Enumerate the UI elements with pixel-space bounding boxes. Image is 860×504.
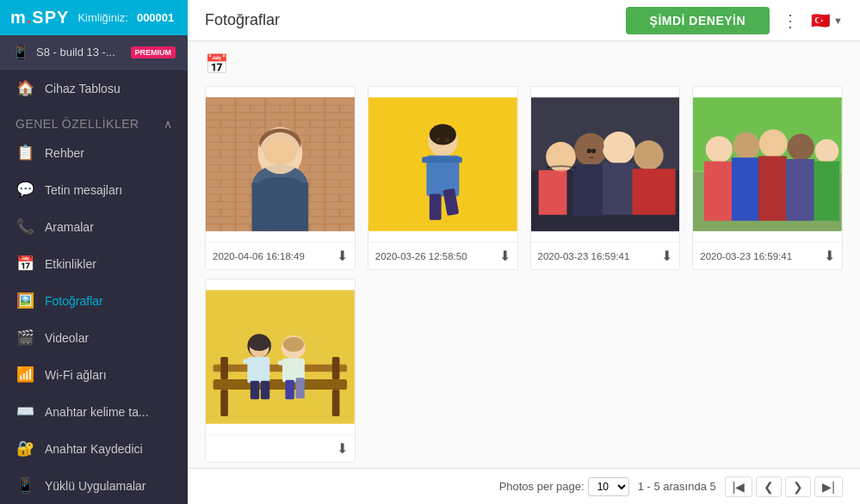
sidebar-item-dashboard[interactable]: 🏠 Cihaz Tablosu — [0, 70, 188, 107]
svg-rect-69 — [259, 360, 269, 364]
photo-meta-1: 2020-04-06 16:18:49 ⬇ — [206, 242, 355, 269]
keywords-icon: ⌨️ — [15, 403, 34, 421]
photo-image-4[interactable] — [693, 87, 842, 242]
svg-rect-51 — [814, 162, 839, 221]
chevron-down-icon: ▼ — [833, 15, 843, 26]
section-collapse-icon[interactable]: ∧ — [164, 117, 173, 131]
more-options-icon[interactable]: ⋮ — [778, 7, 802, 34]
language-selector[interactable]: 🇹🇷 ▼ — [811, 11, 843, 30]
photo-image-5[interactable] — [206, 280, 355, 434]
svg-rect-47 — [704, 162, 733, 221]
sidebar-item-label-videos: Videolar — [45, 331, 89, 345]
messages-icon: 💬 — [15, 181, 34, 199]
content-area: 📅 2020-04-06 16:18:49 ⬇ — [188, 41, 860, 468]
svg-point-12 — [259, 177, 300, 189]
per-page-label: Photos per page: — [499, 480, 585, 493]
photo-card-3: 2020-03-23 16:59:41 ⬇ — [530, 86, 681, 270]
svg-rect-62 — [220, 357, 228, 379]
sidebar-item-label-photos: Fotoğraflar — [45, 294, 103, 308]
prev-page-button[interactable]: ❮ — [756, 476, 782, 497]
per-page-control: Photos per page: 10 20 50 — [499, 477, 629, 496]
photo-card-5: ⬇ — [205, 279, 356, 463]
svg-point-36 — [636, 143, 660, 161]
photo-timestamp-4: 2020-03-23 16:59:41 — [700, 251, 792, 261]
svg-point-54 — [763, 132, 783, 147]
svg-rect-68 — [243, 360, 253, 364]
svg-rect-49 — [758, 156, 787, 220]
sidebar-item-contacts[interactable]: 📋 Rehber — [0, 134, 188, 171]
svg-rect-78 — [296, 378, 305, 398]
sidebar-item-videos[interactable]: 🎬 Videolar — [0, 319, 188, 356]
last-page-button[interactable]: ▶| — [814, 476, 843, 497]
download-icon-1[interactable]: ⬇ — [337, 248, 348, 264]
user-id: 000001 — [137, 11, 174, 24]
sidebar-item-keywords[interactable]: ⌨️ Anahtar kelime ta... — [0, 393, 188, 430]
videos-icon: 🎬 — [15, 329, 34, 347]
svg-point-21 — [436, 138, 440, 142]
sidebar-header: m.SPY Kimliğiniz: 000001 — [0, 0, 188, 35]
photo-grid-row2: ⬇ — [205, 279, 843, 463]
page-title: Fotoğraflar — [205, 11, 280, 29]
photo-image-1[interactable] — [206, 87, 355, 242]
sidebar: m.SPY Kimliğiniz: 000001 📱 S8 - build 13… — [0, 0, 188, 504]
svg-point-37 — [546, 142, 576, 172]
sidebar-item-calls[interactable]: 📞 Aramalar — [0, 208, 188, 245]
calendar-filter-bar: 📅 — [205, 53, 843, 76]
sidebar-item-wifi[interactable]: 📶 Wi-Fi ağları — [0, 356, 188, 393]
pagination-nav: |◀ ❮ ❯ ▶| — [725, 476, 843, 497]
wifi-icon: 📶 — [15, 366, 34, 384]
photo-image-3[interactable] — [531, 87, 680, 242]
apps-icon: 📱 — [15, 476, 34, 495]
device-name: S8 - build 13 -... — [36, 46, 124, 58]
photo-image-2[interactable] — [368, 87, 517, 242]
photo-timestamp-2: 2020-03-26 12:58:50 — [375, 251, 467, 261]
photo-meta-3: 2020-03-23 16:59:41 ⬇ — [531, 242, 680, 269]
home-icon: 🏠 — [15, 79, 34, 97]
calendar-icon[interactable]: 📅 — [205, 53, 228, 75]
pagination-footer: Photos per page: 10 20 50 1 - 5 arasında… — [188, 468, 860, 504]
svg-rect-58 — [213, 379, 347, 390]
svg-point-53 — [736, 134, 757, 149]
sidebar-item-label-keylogger: Anahtar Kaydedici — [45, 442, 143, 456]
download-icon-3[interactable]: ⬇ — [661, 248, 672, 264]
svg-point-35 — [605, 134, 632, 153]
sidebar-item-keylogger[interactable]: 🔐 Anahtar Kaydedici — [0, 430, 188, 467]
first-page-button[interactable]: |◀ — [725, 476, 753, 497]
download-icon-2[interactable]: ⬇ — [499, 248, 510, 264]
try-now-button[interactable]: ŞİMDİ DENEYİN — [626, 7, 770, 34]
svg-rect-48 — [732, 157, 760, 220]
sidebar-item-label-calls: Aramalar — [45, 220, 94, 234]
svg-rect-17 — [440, 157, 462, 163]
svg-point-56 — [818, 140, 836, 154]
svg-rect-18 — [430, 194, 442, 220]
sidebar-item-photos[interactable]: 🖼️ Fotoğraflar — [0, 282, 188, 319]
sidebar-item-messages[interactable]: 💬 Tetin mesajları — [0, 171, 188, 208]
events-icon: 📅 — [15, 255, 34, 273]
svg-rect-31 — [602, 163, 633, 214]
device-item[interactable]: 📱 S8 - build 13 -... PREMIUM — [0, 35, 188, 70]
calls-icon: 📞 — [15, 218, 34, 236]
svg-rect-30 — [572, 164, 603, 216]
svg-rect-71 — [261, 381, 269, 400]
svg-point-52 — [708, 138, 729, 153]
main-content: Fotoğraflar ŞİMDİ DENEYİN ⋮ 🇹🇷 ▼ 📅 — [188, 0, 860, 504]
svg-rect-60 — [332, 390, 340, 416]
photo-timestamp-3: 2020-03-23 16:59:41 — [538, 251, 630, 261]
sidebar-item-label-apps: Yüklü Uygulamalar — [45, 479, 146, 493]
photo-meta-5: ⬇ — [206, 434, 355, 462]
user-label: Kimliğiniz: — [77, 11, 128, 24]
download-icon-4[interactable]: ⬇ — [824, 248, 835, 264]
per-page-select[interactable]: 10 20 50 — [588, 477, 629, 496]
section-general-features: GENEL ÖZELLİKLER ∧ — [0, 107, 188, 134]
next-page-button[interactable]: ❯ — [785, 476, 811, 497]
photo-grid-row1: 2020-04-06 16:18:49 ⬇ 2020-03-26 12:58:5… — [205, 86, 843, 270]
contacts-icon: 📋 — [15, 144, 34, 162]
download-icon-5[interactable]: ⬇ — [337, 440, 348, 457]
sidebar-item-label-dashboard: Cihaz Tablosu — [45, 82, 121, 95]
svg-rect-75 — [278, 360, 288, 365]
sidebar-item-events[interactable]: 📅 Etkinlikler — [0, 245, 188, 282]
sidebar-item-apps[interactable]: 📱 Yüklü Uygulamalar — [0, 467, 188, 504]
photos-icon: 🖼️ — [15, 292, 34, 310]
android-icon: 📱 — [12, 44, 29, 60]
sidebar-item-label-messages: Tetin mesajları — [45, 183, 122, 197]
